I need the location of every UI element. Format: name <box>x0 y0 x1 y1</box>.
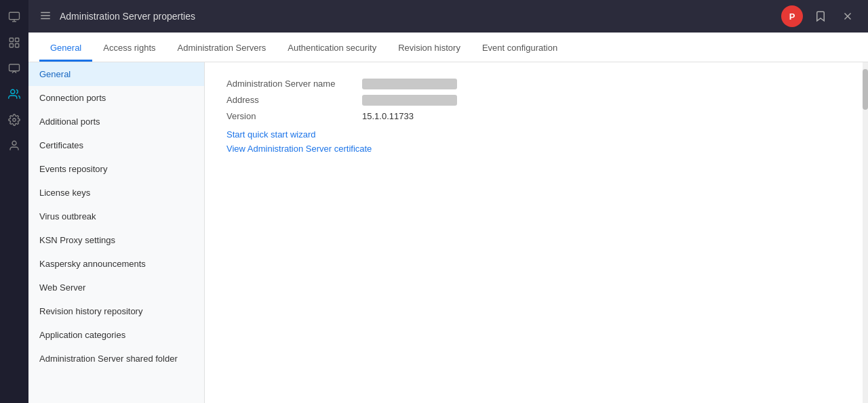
right-content: Administration Server name Address Versi… <box>205 62 863 403</box>
nav-item-kaspersky-announcements[interactable]: Kaspersky announcements <box>28 252 204 276</box>
property-row-server-name: Administration Server name <box>226 79 841 89</box>
value-server-name <box>362 79 457 89</box>
sidebar <box>0 0 28 403</box>
sidebar-icon-grid[interactable] <box>4 33 24 53</box>
svg-rect-6 <box>16 44 19 47</box>
main-panel: Administration Server properties P <box>28 0 868 403</box>
sidebar-icon-person[interactable] <box>4 135 24 156</box>
hamburger-icon[interactable] <box>39 9 52 24</box>
label-server-name: Administration Server name <box>226 79 362 89</box>
tab-access-rights[interactable]: Access rights <box>92 36 166 62</box>
sidebar-icon-settings[interactable] <box>4 110 24 130</box>
label-version: Version <box>226 111 362 121</box>
tab-administration-servers[interactable]: Administration Servers <box>167 36 277 62</box>
property-row-version: Version 15.1.0.11733 <box>226 111 841 121</box>
title-bar-left: Administration Server properties <box>39 9 195 24</box>
value-version: 15.1.0.11733 <box>362 111 414 121</box>
nav-item-revision-history-repo[interactable]: Revision history repository <box>28 299 204 323</box>
nav-item-web-server[interactable]: Web Server <box>28 276 204 299</box>
quick-start-wizard-link[interactable]: Start quick start wizard <box>226 129 841 140</box>
tabs-bar: General Access rights Administration Ser… <box>28 33 868 62</box>
svg-rect-4 <box>16 38 19 41</box>
dialog-title: Administration Server properties <box>60 11 195 22</box>
sidebar-icon-users[interactable] <box>4 84 24 104</box>
tab-event-configuration[interactable]: Event configuration <box>471 36 568 62</box>
sidebar-icon-monitor[interactable] <box>4 7 24 27</box>
links-section: Start quick start wizard View Administra… <box>226 129 841 154</box>
svg-point-8 <box>11 89 15 93</box>
sidebar-icon-desktop[interactable] <box>4 58 24 79</box>
nav-item-additional-ports[interactable]: Additional ports <box>28 110 204 133</box>
left-nav: General Connection ports Additional port… <box>28 62 205 403</box>
nav-item-events-repository[interactable]: Events repository <box>28 157 204 181</box>
nav-item-certificates[interactable]: Certificates <box>28 133 204 157</box>
title-bar-actions: P <box>781 5 857 27</box>
nav-item-admin-server-shared-folder[interactable]: Administration Server shared folder <box>28 347 204 370</box>
tab-general[interactable]: General <box>39 36 92 62</box>
tab-revision-history[interactable]: Revision history <box>387 36 471 62</box>
svg-point-9 <box>13 119 16 122</box>
scrollbar-thumb[interactable] <box>863 69 868 110</box>
bookmark-button[interactable] <box>811 7 830 26</box>
view-certificate-link[interactable]: View Administration Server certificate <box>226 144 841 154</box>
scrollbar-track[interactable] <box>863 62 868 403</box>
nav-item-connection-ports[interactable]: Connection ports <box>28 86 204 110</box>
nav-item-ksn-proxy[interactable]: KSN Proxy settings <box>28 228 204 252</box>
title-bar: Administration Server properties P <box>28 0 868 33</box>
nav-item-general[interactable]: General <box>28 62 204 86</box>
user-avatar[interactable]: P <box>781 5 803 27</box>
label-address: Address <box>226 95 362 105</box>
svg-rect-3 <box>9 38 13 41</box>
content-area: General Connection ports Additional port… <box>28 62 868 403</box>
svg-rect-0 <box>9 12 20 20</box>
nav-item-license-keys[interactable]: License keys <box>28 181 204 205</box>
close-button[interactable] <box>838 7 857 26</box>
property-row-address: Address <box>226 95 841 106</box>
nav-item-virus-outbreak[interactable]: Virus outbreak <box>28 205 204 228</box>
value-address <box>362 95 457 106</box>
svg-rect-7 <box>9 64 20 71</box>
svg-rect-5 <box>9 44 13 47</box>
nav-item-application-categories[interactable]: Application categories <box>28 323 204 347</box>
svg-point-10 <box>12 141 16 145</box>
tab-authentication-security[interactable]: Authentication security <box>277 36 387 62</box>
